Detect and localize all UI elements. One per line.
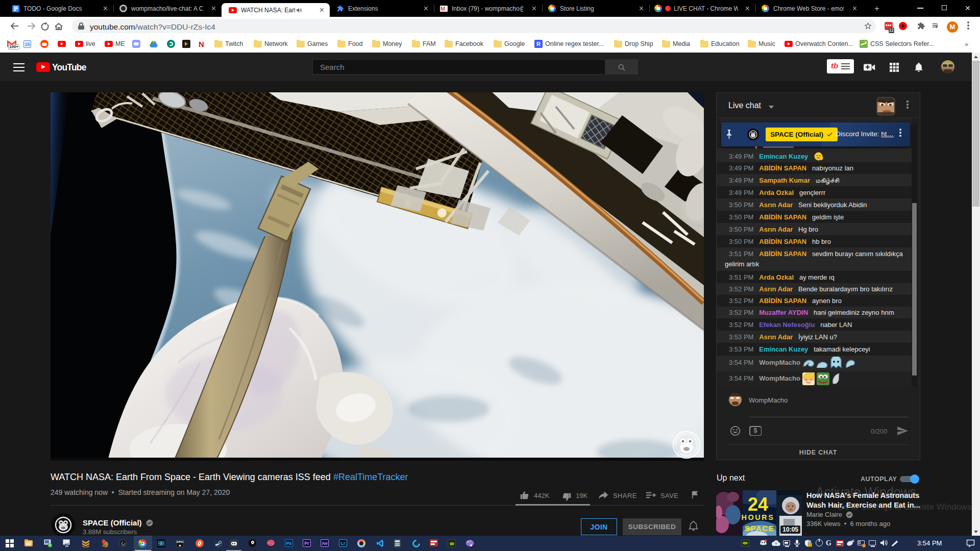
svg-text:24: 24 <box>748 494 768 515</box>
svg-text:IN: IN <box>747 527 751 531</box>
svg-text:HOURS: HOURS <box>742 513 775 521</box>
